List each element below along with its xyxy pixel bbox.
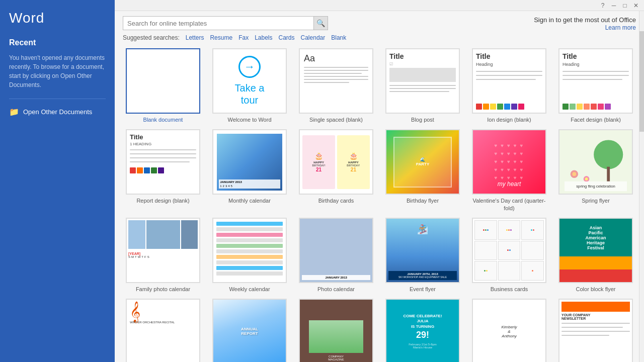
calendar-image: JANUARY 2013 12345 [217, 134, 282, 191]
photo-cal-label: Photo calendar [317, 286, 355, 293]
template-blog-post[interactable]: Title ☑ Blog post [382, 48, 463, 123]
suggested-searches: Suggested searches: Letters Resume Fax L… [115, 31, 644, 44]
search-area: 🔍 [123, 16, 328, 30]
biz-card-4 [474, 241, 497, 260]
single-spaced-thumb: Aa [299, 48, 373, 114]
suggested-fax[interactable]: Fax [238, 34, 249, 41]
template-spring-flyer[interactable]: spring fling celebration Spring flyer [555, 129, 636, 212]
topbar: 🔍 Sign in to get the most out of Office … [115, 11, 644, 31]
open-other-documents-button[interactable]: 📁 Open Other Documents [9, 106, 106, 118]
facet-design-preview: Title Heading [559, 49, 632, 113]
weekly-cal-preview [213, 219, 286, 282]
suggested-resume[interactable]: Resume [210, 34, 232, 41]
newsletter-lines [561, 322, 630, 337]
blog-line-3 [389, 91, 449, 92]
suggested-cards[interactable]: Cards [279, 34, 295, 41]
cal-month: JANUARY 2013 [220, 180, 279, 184]
scrollbar-thumb[interactable] [639, 31, 644, 132]
photo-cal-thumb: JANUARY 2013 [299, 218, 373, 283]
photo-cal-grid: JANUARY 2013 [302, 275, 370, 280]
cb-bot-section [559, 269, 632, 282]
template-event-flyer[interactable]: 🏂 JANUARY 20TH, 2013 SKI WORKSHOP AND EQ… [382, 218, 463, 293]
template-photo-cal[interactable]: JANUARY 2013 Photo calendar [296, 218, 376, 293]
cb-top-section: AsianPacificAmericanHeritageFestival [559, 219, 632, 257]
template-monthly-calendar[interactable]: JANUARY 2013 12345 Monthly calendar [209, 129, 290, 212]
template-birthday-cards[interactable]: 🎂 HAPPY BIRTHDAY! 21 🎂 HAPPY BIRTHDAY! 2… [296, 129, 376, 212]
scrollbar[interactable] [639, 11, 644, 362]
doc-line-1 [304, 67, 368, 68]
cb-mid-section [559, 256, 632, 269]
template-report-design[interactable]: Title 1 HEADING [123, 129, 203, 212]
f-day-4: W [138, 255, 141, 258]
newsletter-header-bar [561, 302, 630, 312]
biz-card-6 [521, 241, 544, 260]
sign-in-text: Sign in to get the most out of Office [534, 16, 636, 24]
suggested-calendar[interactable]: Calendar [301, 34, 326, 41]
ion-line-1 [476, 71, 542, 72]
facet-design-label: Facet design (blank) [571, 116, 621, 123]
monthly-calendar-thumb: JANUARY 2013 12345 [212, 129, 287, 195]
template-company-mag[interactable]: COMPANYMAGAZINE Company magazine [296, 299, 376, 362]
template-julia-flyer[interactable]: COME CELEBRATE!JULIAIS TURNING29! Februa… [382, 299, 463, 362]
newsletter-preview: YOUR COMPANYNEWSLETTER [559, 300, 632, 362]
orchestra-preview: 𝄞 WINTER ORCHESTRA RECITAL [127, 300, 199, 362]
minimize-button[interactable]: ─ [610, 2, 618, 10]
weekly-cal-thumb [212, 218, 287, 283]
take-tour-label: Welcome to Word [227, 116, 271, 123]
biz-card-1 [474, 220, 497, 240]
ion-color-6 [511, 104, 517, 110]
suggested-letters[interactable]: Letters [186, 34, 204, 41]
learn-more-link[interactable]: Learn more [534, 24, 636, 31]
search-input[interactable] [123, 16, 314, 30]
julia-flyer-thumb: COME CELEBRATE!JULIAIS TURNING29! Februa… [385, 299, 460, 362]
window-chrome: ? ─ □ ✕ [115, 0, 644, 11]
template-valentines-card[interactable]: ♥ ♥ ♥ ♥ ♥♥ ♥ ♥ ♥ ♥♥ ♥ ♥ ♥ ♥♥ ♥ ♥ ♥ ♥♥ ♥ … [469, 129, 549, 212]
ion-color-2 [483, 104, 489, 110]
template-blank-doc[interactable]: Blank document [123, 48, 203, 123]
valentines-card-thumb: ♥ ♥ ♥ ♥ ♥♥ ♥ ♥ ♥ ♥♥ ♥ ♥ ♥ ♥♥ ♥ ♥ ♥ ♥♥ ♥ … [472, 129, 546, 195]
template-color-block-flyer[interactable]: AsianPacificAmericanHeritageFestival Col… [555, 218, 636, 293]
julia-text: COME CELEBRATE!JULIAIS TURNING29! [403, 314, 442, 341]
facet-design-thumb: Title Heading [558, 48, 633, 114]
facet-color-7 [605, 104, 611, 110]
family-cal-days: SMTWTFS [128, 255, 198, 258]
template-calligraphy[interactable]: Kimberly&Anthony Calligraphy wedding inv… [469, 299, 549, 362]
app-title: Word [9, 10, 106, 26]
cal-day-4: 4 [228, 185, 229, 188]
mag-image [309, 320, 364, 353]
template-weekly-cal[interactable]: Weekly calendar [209, 218, 290, 293]
restore-button[interactable]: □ [621, 2, 629, 10]
blog-post-thumb: Title ☑ [385, 48, 460, 114]
facet-title-text: Title [562, 52, 629, 60]
template-ion-design[interactable]: Title Heading [469, 48, 549, 123]
template-birthday-flyer[interactable]: 🌊PARTY Birthday flyer [382, 129, 463, 212]
svg-text:spring fling celebration: spring fling celebration [576, 185, 615, 189]
birthday-cards-label: Birthday cards [318, 197, 354, 204]
template-annual-report[interactable]: ANNUALREPORT Annual report [209, 299, 290, 362]
biz-card-9 [521, 261, 544, 281]
weekly-row-9 [216, 266, 283, 270]
julia-date: February 21st 5-8pmMaria's House [409, 343, 437, 349]
facet-color-1 [562, 104, 569, 110]
template-newsletter[interactable]: YOUR COMPANYNEWSLETTER Newsletter [555, 299, 636, 362]
template-business-cards[interactable]: Business cards [469, 218, 549, 293]
company-mag-preview: COMPANYMAGAZINE [300, 300, 372, 362]
doc-line-4 [304, 76, 368, 77]
cal-day-1: 1 [220, 185, 221, 188]
template-single-spaced[interactable]: Aa Single spaced (blank) [296, 48, 376, 123]
blog-image-placeholder [389, 68, 456, 82]
template-take-tour[interactable]: Take atour Welcome to Word [209, 48, 290, 123]
template-facet-design[interactable]: Title Heading [555, 48, 636, 123]
color-block-flyer-label: Color block flyer [576, 286, 616, 293]
suggested-blank[interactable]: Blank [331, 34, 346, 41]
annual-bg: ANNUALREPORT [213, 300, 286, 362]
take-tour-arrow-icon [238, 56, 261, 78]
weekly-row-5 [216, 244, 283, 248]
close-button[interactable]: ✕ [632, 2, 640, 10]
search-button[interactable]: 🔍 [314, 16, 328, 30]
biz-dot-12 [486, 270, 488, 272]
help-button[interactable]: ? [599, 2, 607, 10]
template-orchestra[interactable]: 𝄞 WINTER ORCHESTRA RECITAL Winter Orches… [123, 299, 203, 362]
template-family-photo-cal[interactable]: [YEAR] SMTWTFS Family photo calendar [123, 218, 203, 293]
suggested-labels[interactable]: Labels [255, 34, 272, 41]
